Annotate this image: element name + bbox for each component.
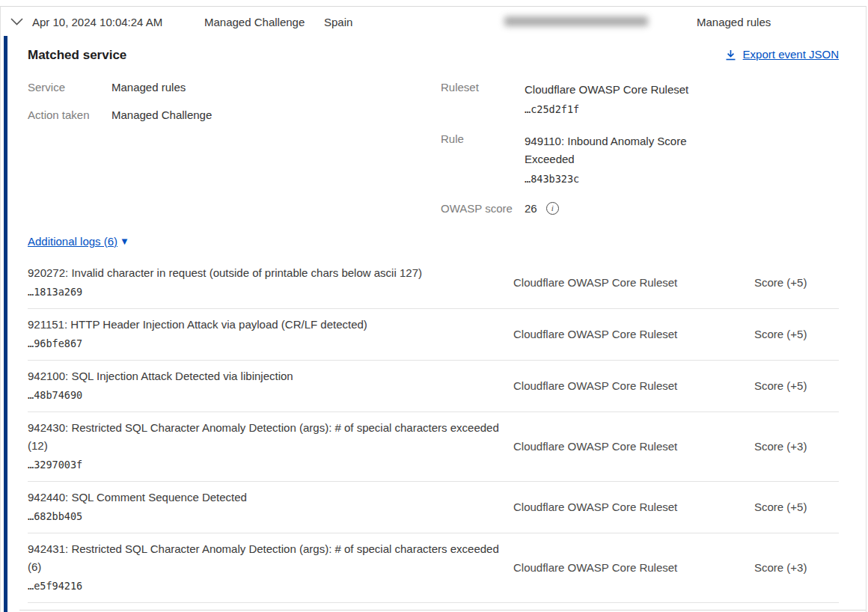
download-icon (725, 48, 736, 61)
action-taken-field: Action taken Managed Challenge (28, 108, 441, 121)
log-rule-id: …682bb405 (28, 507, 513, 525)
log-score: Score (+5) (754, 379, 839, 392)
action-taken-value: Managed Challenge (111, 108, 212, 121)
export-event-json-link[interactable]: Export event JSON (725, 48, 839, 61)
log-row: 942430: Restricted SQL Character Anomaly… (28, 412, 839, 482)
caret-down-icon: ▼ (120, 236, 129, 247)
ruleset-name: Cloudflare OWASP Core Ruleset (525, 81, 708, 99)
log-rule-id: …96bfe867 (28, 334, 513, 352)
log-row: 942431: Restricted SQL Character Anomaly… (28, 533, 839, 603)
additional-logs-toggle[interactable]: Additional logs (6) ▼ (28, 235, 129, 248)
ruleset-field: Ruleset Cloudflare OWASP Core Ruleset …c… (441, 81, 839, 118)
log-rule-description: 921151: HTTP Header Injection Attack via… (28, 316, 513, 334)
log-rule-id: …e5f94216 (28, 577, 513, 595)
log-score: Score (+3) (754, 561, 839, 574)
log-ruleset-name: Cloudflare OWASP Core Ruleset (513, 328, 754, 340)
log-ruleset-name: Cloudflare OWASP Core Ruleset (513, 379, 754, 392)
log-score: Score (+5) (754, 328, 839, 340)
rule-id: …843b323c (525, 170, 708, 188)
log-row: 942100: SQL Injection Attack Detected vi… (28, 361, 839, 412)
event-timestamp: Apr 10, 2024 10:04:24 AM (32, 15, 162, 28)
service-field: Service Managed rules (28, 81, 441, 94)
firewall-event-panel: Apr 10, 2024 10:04:24 AM Managed Challen… (0, 6, 867, 612)
ruleset-id: …c25d2f1f (525, 100, 708, 118)
export-event-json-label: Export event JSON (743, 48, 839, 61)
additional-logs-label: Additional logs (6) (28, 235, 117, 248)
log-ruleset-name: Cloudflare OWASP Core Ruleset (513, 501, 754, 513)
log-score: Score (+5) (754, 276, 839, 289)
log-rule-description: 942431: Restricted SQL Character Anomaly… (28, 540, 513, 576)
rule-label: Rule (441, 132, 525, 188)
rule-name: 949110: Inbound Anomaly Score Exceeded (525, 132, 708, 168)
log-score: Score (+5) (754, 501, 839, 513)
event-country: Spain (324, 15, 352, 28)
info-icon[interactable]: i (546, 202, 559, 215)
action-taken-label: Action taken (28, 108, 111, 121)
owasp-score-label: OWASP score (441, 202, 525, 215)
owasp-score-value: 26 (525, 202, 537, 215)
event-detail-section: Matched service Export event JSON Servic… (1, 36, 866, 612)
event-summary-row[interactable]: Apr 10, 2024 10:04:24 AM Managed Challen… (1, 7, 866, 36)
expanded-row-accent-bar (4, 36, 7, 612)
log-rule-description: 920272: Invalid character in request (ou… (28, 264, 513, 282)
log-row: 920272: Invalid character in request (ou… (28, 257, 839, 309)
log-rule-id: …1813a269 (28, 283, 513, 301)
log-score: Score (+3) (754, 440, 839, 453)
rule-field: Rule 949110: Inbound Anomaly Score Excee… (441, 132, 839, 188)
matched-service-right-fields: Ruleset Cloudflare OWASP Core Ruleset …c… (441, 81, 839, 215)
ruleset-label: Ruleset (441, 81, 525, 118)
service-label: Service (28, 81, 111, 94)
redacted-value (504, 16, 648, 26)
log-ruleset-name: Cloudflare OWASP Core Ruleset (513, 276, 754, 289)
log-row: 921151: HTTP Header Injection Attack via… (28, 309, 839, 361)
event-action: Managed Challenge (204, 15, 305, 28)
next-event-row-divider (19, 610, 866, 611)
chevron-down-icon[interactable] (10, 18, 23, 25)
log-row: 942440: SQL Comment Sequence Detected …6… (28, 482, 839, 533)
log-rule-description: 942100: SQL Injection Attack Detected vi… (28, 367, 513, 385)
log-rule-description: 942430: Restricted SQL Character Anomaly… (28, 419, 513, 455)
matched-service-left-fields: Service Managed rules Action taken Manag… (28, 81, 441, 215)
additional-logs-list: 920272: Invalid character in request (ou… (28, 257, 839, 603)
service-value: Managed rules (111, 81, 186, 94)
event-service: Managed rules (697, 15, 771, 28)
log-rule-description: 942440: SQL Comment Sequence Detected (28, 489, 513, 507)
log-rule-id: …48b74690 (28, 386, 513, 404)
log-ruleset-name: Cloudflare OWASP Core Ruleset (513, 440, 754, 453)
owasp-score-field: OWASP score 26 i (441, 202, 839, 215)
log-ruleset-name: Cloudflare OWASP Core Ruleset (513, 561, 754, 574)
matched-service-title: Matched service (28, 48, 126, 63)
log-rule-id: …3297003f (28, 456, 513, 474)
